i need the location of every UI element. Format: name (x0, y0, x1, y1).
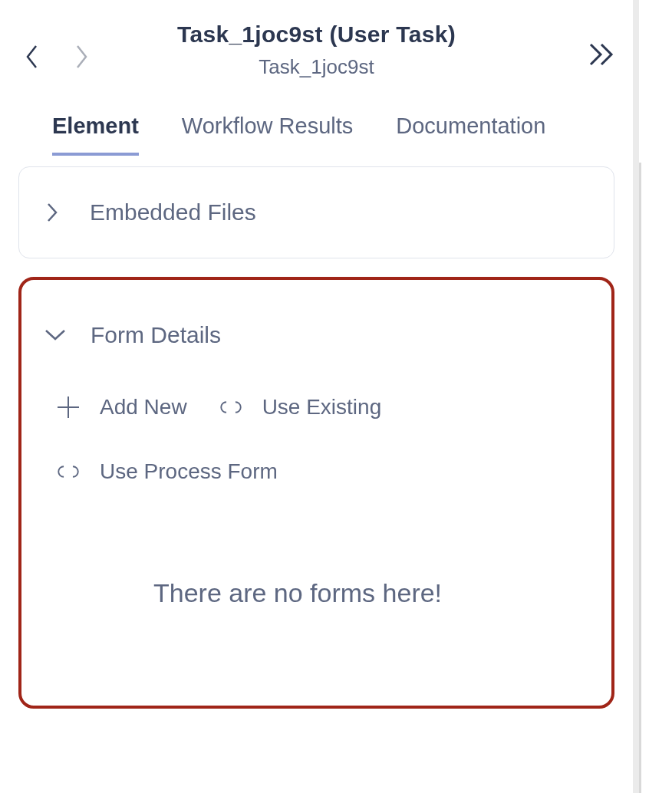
panel-edge-shadow (639, 163, 641, 793)
panel-subtitle: Task_1joc9st (0, 55, 633, 79)
chevron-left-icon (25, 44, 39, 69)
chevron-right-icon (42, 202, 62, 222)
panel-title: Task_1joc9st (User Task) (0, 21, 633, 48)
chevron-right-icon (74, 44, 88, 69)
tab-workflow-results[interactable]: Workflow Results (182, 114, 353, 156)
link-icon (55, 459, 81, 485)
use-existing-button[interactable]: Use Existing (218, 394, 382, 420)
forward-button (72, 44, 91, 69)
embedded-files-label: Embedded Files (90, 199, 256, 225)
embedded-files-toggle[interactable]: Embedded Files (19, 167, 614, 258)
use-process-form-button[interactable]: Use Process Form (55, 459, 588, 485)
embedded-files-card: Embedded Files (18, 166, 614, 258)
back-button[interactable] (23, 44, 41, 69)
panel-divider (633, 0, 639, 793)
use-process-form-label: Use Process Form (100, 459, 278, 484)
form-details-label: Form Details (91, 322, 221, 348)
tab-element[interactable]: Element (52, 114, 139, 156)
link-icon (218, 394, 244, 420)
empty-forms-message: There are no forms here! (153, 573, 483, 614)
panel-header: Task_1joc9st (User Task) Task_1joc9st (0, 0, 633, 92)
add-new-label: Add New (100, 395, 187, 420)
plus-icon (55, 394, 81, 420)
form-details-toggle[interactable]: Form Details (44, 322, 588, 348)
tabs: Element Workflow Results Documentation (0, 92, 633, 156)
chevron-down-icon (44, 328, 66, 342)
add-new-button[interactable]: Add New (55, 394, 187, 420)
double-chevron-right-icon (588, 43, 616, 66)
use-existing-label: Use Existing (262, 395, 382, 420)
form-details-card: Form Details Add New (18, 277, 614, 709)
expand-panel-button[interactable] (588, 43, 616, 66)
tab-documentation[interactable]: Documentation (396, 114, 545, 156)
